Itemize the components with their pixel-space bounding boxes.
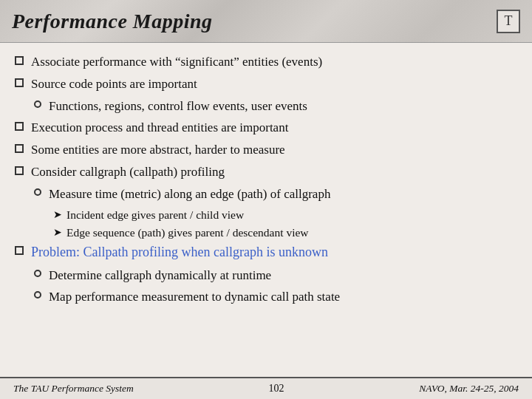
sub-bullet-1-text: Functions, regions, control flow events,…	[49, 98, 307, 115]
bullet-2-text: Source code points are important	[31, 75, 197, 93]
slide-header: Performance Mapping T	[0, 0, 532, 43]
arrow-item-1-text: Incident edge gives parent / child view	[66, 208, 244, 223]
header-icon: T	[497, 10, 520, 33]
footer-left: The TAU Performance System	[13, 383, 134, 395]
bullet-sq-icon	[15, 246, 24, 255]
arrow-icon: ➤	[53, 226, 62, 240]
bullet-5-text: Consider callgraph (callpath) profiling	[31, 163, 225, 181]
problem-text: Problem: Callpath profiling when callgra…	[31, 243, 328, 262]
problem-bullet: Problem: Callpath profiling when callgra…	[15, 243, 517, 262]
sub-bullet-4: Map performance measurement to dynamic c…	[34, 288, 517, 306]
sub-bullet-2: Measure time (metric) along an edge (pat…	[34, 185, 517, 203]
bullet-circle-icon	[34, 100, 41, 108]
arrow-item-1: ➤ Incident edge gives parent / child vie…	[53, 208, 517, 223]
bullet-4-text: Some entities are more abstract, harder …	[31, 141, 285, 159]
sub-bullet-4-text: Map performance measurement to dynamic c…	[49, 288, 340, 306]
sub-bullet-3: Determine callgraph dynamically at runti…	[34, 267, 517, 284]
sub-bullet-3-text: Determine callgraph dynamically at runti…	[49, 267, 271, 284]
bullet-3-text: Execution process and thread entities ar…	[31, 119, 288, 137]
bullet-sq-icon	[15, 122, 24, 131]
bullet-2: Source code points are important	[15, 75, 517, 93]
bullet-sq-icon	[15, 144, 24, 153]
footer-right: NAVO, Mar. 24-25, 2004	[419, 383, 519, 395]
bullet-1-text: Associate performance with “significant”…	[31, 53, 322, 71]
arrow-item-2-text: Edge sequence (path) gives parent / desc…	[66, 225, 309, 241]
slide-content: Associate performance with “significant”…	[0, 43, 532, 377]
bullet-5: Consider callgraph (callpath) profiling	[15, 163, 517, 181]
footer-center: 102	[269, 383, 284, 395]
bullet-circle-icon	[34, 291, 41, 299]
slide: Performance Mapping T Associate performa…	[0, 0, 532, 399]
bullet-3: Execution process and thread entities ar…	[15, 119, 517, 137]
bullet-sq-icon	[15, 56, 24, 65]
bullet-circle-icon	[34, 188, 41, 196]
bullet-sq-icon	[15, 166, 24, 175]
arrow-item-2: ➤ Edge sequence (path) gives parent / de…	[53, 225, 517, 241]
slide-footer: The TAU Performance System 102 NAVO, Mar…	[0, 377, 532, 399]
bullet-sq-icon	[15, 78, 24, 87]
bullet-1: Associate performance with “significant”…	[15, 53, 517, 71]
bullet-circle-icon	[34, 270, 41, 277]
arrow-icon: ➤	[53, 208, 62, 222]
bullet-4: Some entities are more abstract, harder …	[15, 141, 517, 159]
slide-title: Performance Mapping	[12, 10, 213, 33]
sub-bullet-1: Functions, regions, control flow events,…	[34, 98, 517, 115]
sub-bullet-2-text: Measure time (metric) along an edge (pat…	[49, 185, 330, 203]
